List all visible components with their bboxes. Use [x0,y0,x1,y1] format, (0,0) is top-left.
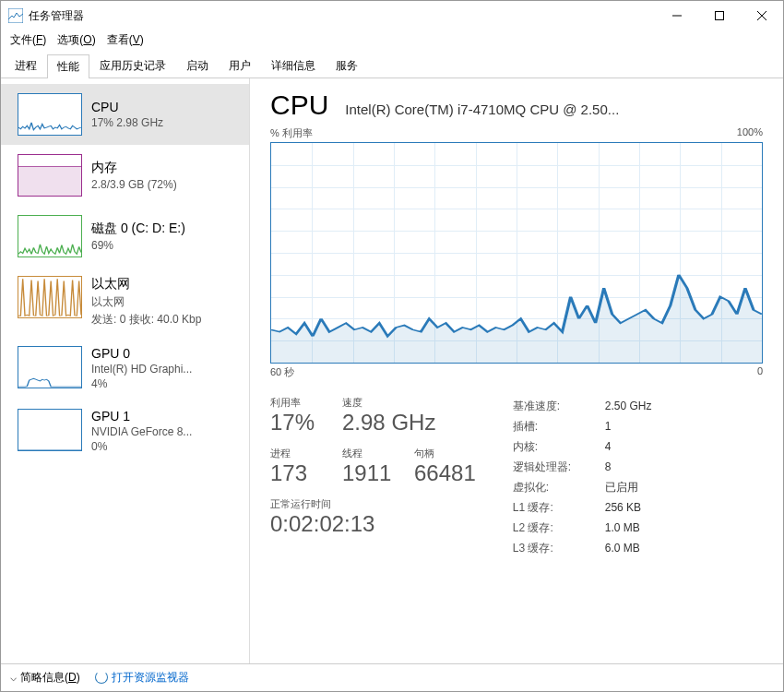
tab-2[interactable]: 应用历史记录 [89,54,176,78]
svg-rect-2 [716,12,724,20]
stat-label: 进程 [270,447,326,460]
sidebar-item-title: 磁盘 0 (C: D: E:) [91,221,185,237]
spec-key: 内核: [513,436,596,457]
sidebar: CPU 17% 2.98 GHz 内存 2.8/3.9 GB (72%) 磁盘 … [1,78,250,663]
spec-value: 6.0 MB [605,538,640,558]
tabbar: 进程性能应用历史记录启动用户详细信息服务 [1,54,783,78]
spec-value: 2.50 GHz [605,396,652,416]
spec-value: 8 [605,457,612,477]
stat-label: 速度 [342,396,435,410]
menu-options[interactable]: 选项(O) [57,32,95,48]
cpu-model: Intel(R) Core(TM) i7-4710MQ CPU @ 2.50..… [345,101,763,117]
spec-value: 已启用 [605,477,638,497]
sidebar-item-sub2: 0% [91,440,192,453]
sidebar-item-title: 以太网 [91,276,201,292]
thumb-graph [18,93,82,136]
chevron-down-icon: ⌵ [10,671,17,684]
menu-file[interactable]: 文件(F) [10,32,46,48]
graph-label-tr: 100% [737,126,763,140]
spec-value: 4 [605,436,612,457]
sidebar-item-sub: 17% 2.98 GHz [91,116,163,129]
stat-value: 1911 [342,460,398,486]
stat-label: 句柄 [414,447,476,460]
cpu-graph[interactable] [270,142,763,364]
stat-label: 利用率 [270,396,326,410]
app-icon [8,8,23,23]
thumb-graph [18,154,82,197]
uptime-label: 正常运行时间 [270,497,476,511]
stats-right: 基准速度:2.50 GHz插槽:1内核:4逻辑处理器:8虚拟化:已启用L1 缓存… [513,396,652,558]
spec-key: 虚拟化: [513,477,596,497]
sidebar-item-title: GPU 0 [91,346,192,361]
tab-6[interactable]: 服务 [326,54,368,78]
sidebar-item-sub: 2.8/3.9 GB (72%) [91,178,177,191]
spec-key: 逻辑处理器: [513,457,596,477]
open-resmon-link[interactable]: 打开资源监视器 [95,670,189,686]
stats-left: 利用率 17%速度 2.98 GHz 进程 173线程 1911句柄 66481… [270,396,476,558]
spec-key: L1 缓存: [513,497,596,518]
tab-0[interactable]: 进程 [5,54,47,78]
window-title: 任务管理器 [29,8,656,24]
sidebar-item-sub: 以太网 [91,294,201,310]
sidebar-item-title: CPU [91,100,163,114]
sidebar-item-sub2: 发送: 0 接收: 40.0 Kbp [91,312,201,328]
spec-key: L3 缓存: [513,538,596,558]
menubar: 文件(F) 选项(O) 查看(V) [1,30,783,54]
close-button[interactable] [741,1,783,30]
statusbar: ⌵简略信息(D) 打开资源监视器 [1,663,783,691]
graph-label-bl: 60 秒 [270,365,294,379]
sidebar-item-0[interactable]: CPU 17% 2.98 GHz [1,84,249,145]
titlebar: 任务管理器 [1,1,783,30]
sidebar-item-sub2: 4% [91,377,192,390]
stat-value: 17% [270,410,326,435]
sidebar-item-title: 内存 [91,160,177,176]
spec-key: 基准速度: [513,396,596,416]
thumb-graph [18,346,82,388]
spec-key: 插槽: [513,416,596,436]
tab-5[interactable]: 详细信息 [261,54,326,78]
sidebar-item-title: GPU 1 [91,409,192,424]
page-title: CPU [270,89,328,121]
thumb-graph [18,409,82,451]
maximize-button[interactable] [698,1,741,30]
spec-key: L2 缓存: [513,518,596,538]
menu-view[interactable]: 查看(V) [107,32,144,48]
uptime-value: 0:02:02:13 [270,511,476,537]
tab-3[interactable]: 启动 [176,54,219,78]
spec-value: 1 [605,416,612,436]
sidebar-item-sub: 69% [91,239,185,252]
tab-4[interactable]: 用户 [219,54,261,78]
fewer-details-link[interactable]: ⌵简略信息(D) [10,670,80,686]
sidebar-item-2[interactable]: 磁盘 0 (C: D: E:) 69% [1,206,249,267]
thumb-graph [18,276,82,318]
graph-label-br: 0 [757,365,763,379]
stat-value: 2.98 GHz [342,410,435,435]
resmon-icon [95,671,108,684]
sidebar-item-sub: NVIDIA GeForce 8... [91,425,192,438]
sidebar-item-3[interactable]: 以太网 以太网 发送: 0 接收: 40.0 Kbp [1,267,249,337]
main-panel: CPU Intel(R) Core(TM) i7-4710MQ CPU @ 2.… [250,78,783,663]
sidebar-item-1[interactable]: 内存 2.8/3.9 GB (72%) [1,145,249,206]
thumb-graph [18,215,82,257]
spec-value: 256 KB [605,497,641,518]
graph-label-tl: % 利用率 [270,126,313,140]
sidebar-item-sub: Intel(R) HD Graphi... [91,363,192,376]
spec-value: 1.0 MB [605,518,640,538]
stat-value: 173 [270,460,326,486]
minimize-button[interactable] [656,1,698,30]
stat-label: 线程 [342,447,398,460]
sidebar-item-4[interactable]: GPU 0 Intel(R) HD Graphi... 4% [1,337,249,400]
tab-1[interactable]: 性能 [47,54,89,78]
sidebar-item-5[interactable]: GPU 1 NVIDIA GeForce 8... 0% [1,400,249,462]
stat-value: 66481 [414,460,476,486]
